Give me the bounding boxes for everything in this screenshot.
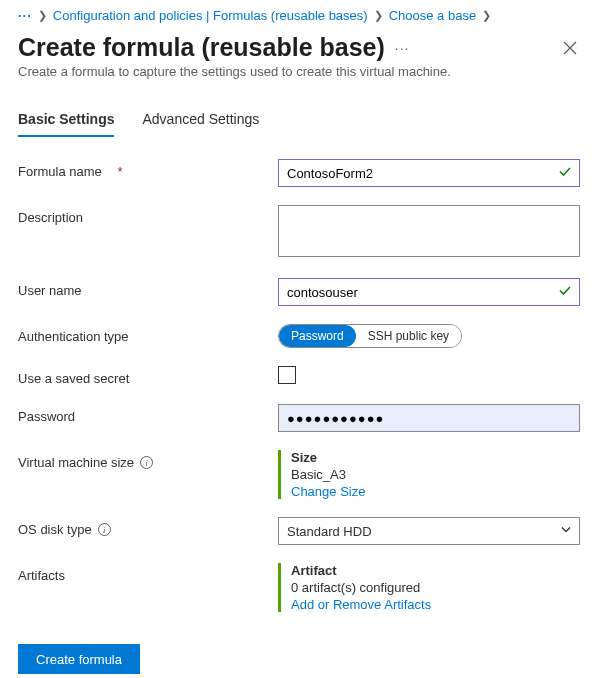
vm-size-label: Virtual machine size i [18, 450, 278, 470]
artifacts-heading: Artifact [291, 563, 580, 578]
vm-size-block: Size Basic_A3 Change Size [278, 450, 580, 499]
password-label: Password [18, 404, 278, 424]
saved-secret-checkbox[interactable] [278, 366, 296, 384]
tab-strip: Basic Settings Advanced Settings [18, 105, 580, 137]
os-disk-label: OS disk type i [18, 517, 278, 537]
add-remove-artifacts-link[interactable]: Add or Remove Artifacts [291, 597, 431, 612]
vm-size-heading: Size [291, 450, 580, 465]
formula-name-label: Formula name * [18, 159, 278, 179]
info-icon[interactable]: i [140, 456, 153, 469]
info-icon[interactable]: i [98, 523, 111, 536]
artifacts-count: 0 artifact(s) configured [291, 580, 580, 595]
breadcrumb-item-policies[interactable]: Configuration and policies | Formulas (r… [53, 8, 368, 23]
username-label: User name [18, 278, 278, 298]
description-label: Description [18, 205, 278, 225]
breadcrumb: ··· ❯ Configuration and policies | Formu… [18, 8, 580, 23]
password-input[interactable] [278, 404, 580, 432]
auth-option-ssh[interactable]: SSH public key [356, 325, 461, 347]
chevron-right-icon: ❯ [38, 9, 47, 22]
checkmark-icon [558, 165, 572, 182]
page-subtitle: Create a formula to capture the settings… [18, 64, 580, 79]
auth-type-toggle: Password SSH public key [278, 324, 462, 348]
close-icon [563, 41, 577, 55]
saved-secret-label: Use a saved secret [18, 366, 278, 386]
auth-type-label: Authentication type [18, 324, 278, 344]
close-button[interactable] [560, 38, 580, 58]
required-indicator: * [117, 164, 122, 179]
change-size-link[interactable]: Change Size [291, 484, 365, 499]
vm-size-value: Basic_A3 [291, 467, 580, 482]
page-title: Create formula (reusable base) [18, 33, 385, 62]
tab-basic-settings[interactable]: Basic Settings [18, 105, 114, 137]
artifacts-label: Artifacts [18, 563, 278, 583]
page-header: Create formula (reusable base) ··· [18, 33, 580, 62]
create-formula-button[interactable]: Create formula [18, 644, 140, 674]
chevron-right-icon: ❯ [374, 9, 383, 22]
breadcrumb-item-choose-base[interactable]: Choose a base [389, 8, 476, 23]
more-actions-icon[interactable]: ··· [395, 40, 410, 56]
formula-name-input[interactable] [278, 159, 580, 187]
description-input[interactable] [278, 205, 580, 257]
auth-option-password[interactable]: Password [279, 325, 356, 347]
os-disk-selected-value: Standard HDD [287, 524, 372, 539]
os-disk-select[interactable]: Standard HDD [278, 517, 580, 545]
username-input[interactable] [278, 278, 580, 306]
breadcrumb-overflow[interactable]: ··· [18, 8, 32, 23]
chevron-right-icon: ❯ [482, 9, 491, 22]
checkmark-icon [558, 284, 572, 301]
tab-advanced-settings[interactable]: Advanced Settings [142, 105, 259, 137]
artifacts-block: Artifact 0 artifact(s) configured Add or… [278, 563, 580, 612]
